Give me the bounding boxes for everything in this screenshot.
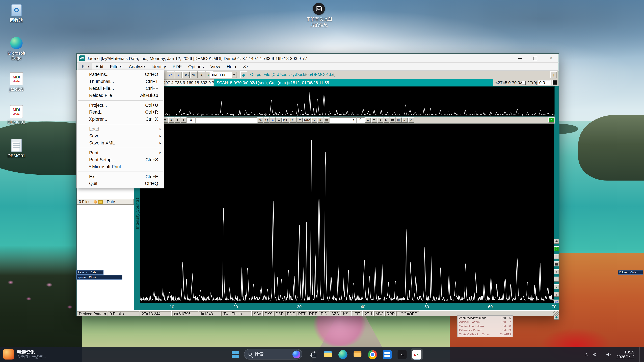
status-flag-fit[interactable]: FIT [352, 311, 363, 316]
file-explorer-button[interactable] [322, 349, 334, 360]
hidden-icons-chevron-icon[interactable]: ∧ [585, 352, 588, 357]
scroll-down-icon[interactable]: ↓ [554, 292, 559, 297]
volume-muted-icon[interactable]: × [606, 352, 611, 356]
smooth-icon[interactable]: M [297, 117, 303, 123]
stray-window-xplorer-left[interactable]: Xplorer... Ctrl+X [76, 275, 122, 280]
stray-window-patterns[interactable]: Patterns... Ctrl+ [76, 270, 104, 275]
close-button[interactable]: × [544, 54, 559, 63]
target-icon[interactable]: ◎ [402, 117, 408, 123]
desktop-icon-jade65[interactable]: MDI Jade jade6.5 [3, 72, 30, 91]
status-flag-pid[interactable]: PID [319, 311, 330, 316]
file-menu-item-exit[interactable]: ExitCtrl+E [77, 173, 164, 180]
clock[interactable]: 18:19 2026/1/12 [616, 350, 634, 359]
desktop-icon-edge[interactable]: Microsoft Edge [3, 37, 30, 60]
menu-pdf[interactable]: PDF [170, 63, 185, 70]
zoom-menu-item-addition-pattern[interactable]: Addition PatternCtrl+F7 [458, 320, 512, 324]
status-flag-2th[interactable]: 2TH [363, 311, 374, 316]
kalpha2-icon[interactable]: Kα2 [303, 117, 311, 123]
zoom-menu-item-theta-calibration-curve[interactable]: Theta Calibration CurveCtrl+F13 [458, 333, 512, 337]
status-flag-sav[interactable]: SAV [252, 311, 263, 316]
background-icon[interactable]: BG [182, 71, 190, 78]
retrieve-button[interactable]: ◆ [240, 71, 247, 78]
file-menu-item-project[interactable]: Project...Ctrl+U [77, 102, 164, 109]
image-info-button[interactable] [313, 3, 325, 15]
edge-button[interactable] [337, 349, 349, 360]
menu-view[interactable]: View [207, 63, 224, 70]
overview-spectrum[interactable] [137, 86, 555, 116]
zoom-menu-item-zoom-window-image[interactable]: Zoom Window Image...Ctrl+F6 [458, 316, 512, 320]
help-icon[interactable]: ? [554, 246, 559, 251]
menu-identify[interactable]: Identify [148, 63, 170, 70]
file-menu-item-patterns[interactable]: Patterns...Ctrl+O [77, 71, 164, 78]
file-menu-item-xplorer[interactable]: Xplorer...Ctrl+X [77, 116, 164, 123]
file-menu-item-thumbnail[interactable]: Thumbnail...Ctrl+T [77, 78, 164, 85]
maximize-button[interactable] [528, 54, 543, 63]
pdf-combo-arrow-icon[interactable]: ▼ [231, 72, 237, 78]
pdf-number-combo[interactable]: 00-0000 [209, 72, 231, 78]
file-menu-item-read[interactable]: Read...Ctrl+R [77, 109, 164, 116]
stray-window-xplorer-right[interactable]: Xplorer... Ctrl+ [618, 270, 643, 275]
menu-file[interactable]: File [78, 63, 92, 70]
peaks-blue-icon[interactable]: ▲ [270, 117, 276, 123]
menu-analyze[interactable]: Analyze [126, 63, 148, 70]
shift-up-icon[interactable]: ⇑ [554, 277, 559, 282]
file-menu-item-recall-file[interactable]: Recall File...Ctrl+F [77, 85, 164, 92]
photos-folder-button[interactable] [352, 349, 364, 360]
expand-icon[interactable]: ⇕ [554, 254, 559, 259]
file-list-header[interactable]: 0 Files Date [77, 199, 134, 205]
color-swatch-button[interactable] [552, 80, 557, 85]
zoom-in-icon[interactable]: ⊕ [554, 239, 559, 244]
desktop-icon-demo01-mdi[interactable]: MDI Jade DEMO01 [3, 105, 30, 124]
search-box[interactable]: 搜索 [244, 349, 302, 360]
date-column-header[interactable]: Date [107, 199, 115, 204]
do-not-disturb-icon[interactable]: ⊘ [593, 352, 596, 357]
menu-options[interactable]: Options [185, 63, 207, 70]
file-menu-item-save[interactable]: Save▸ [77, 133, 164, 140]
start-button[interactable] [229, 349, 241, 360]
background-edit-icon[interactable]: B.E [282, 117, 289, 123]
peaks-icon[interactable]: ▲ [198, 71, 205, 78]
layers-icon[interactable]: ▥ [396, 117, 402, 123]
file-menu-item-reload-file[interactable]: Reload FileAlt+Bksp [77, 92, 164, 99]
status-flag-ksi[interactable]: KSI [341, 311, 352, 316]
status-flag-pft[interactable]: PFT [296, 311, 307, 316]
desktop-icon-demo01-file[interactable]: DEMO01 [3, 139, 30, 158]
peaks-black-icon[interactable]: ▲ [276, 117, 282, 123]
title-bar[interactable]: Jade 6 [lzy*/Materials Data, Inc.] Monda… [77, 54, 559, 63]
file-menu-item-print[interactable]: Print▸ [77, 149, 164, 156]
shift-down-icon[interactable]: ▼ [174, 117, 180, 123]
pulldown-icon[interactable]: ↓ [550, 71, 557, 78]
minimize-button[interactable] [512, 54, 528, 63]
menu-more[interactable]: >> [239, 63, 251, 70]
terminal-button[interactable]: >_ [396, 349, 408, 360]
two-theta-zero-field[interactable]: 0.0 [538, 80, 551, 85]
shift-down-icon[interactable]: ⇓ [554, 284, 559, 289]
percent-icon[interactable]: % [190, 71, 198, 78]
grow-y-icon[interactable]: ▲ [168, 117, 174, 123]
profile-icon[interactable]: ▲ [174, 71, 182, 78]
status-flag-pks[interactable]: PKS [263, 311, 274, 316]
overlay-icon[interactable]: ▤ [554, 261, 559, 266]
overlay-combo[interactable]: ▼ [330, 117, 356, 123]
data-edit-icon[interactable]: D.E [290, 117, 296, 123]
grid-icon[interactable]: ▦ [324, 117, 329, 123]
status-flag-szs[interactable]: SZS [330, 311, 340, 316]
main-chart[interactable] [140, 123, 554, 303]
two-theta-zero-checkbox[interactable] [522, 81, 526, 85]
menu-edit[interactable]: Edit [92, 63, 107, 70]
overlay-icon[interactable]: ⇄ [167, 71, 174, 78]
file-menu-item-microsoft-print[interactable]: * Microsoft Print ... [77, 163, 164, 170]
zoom-range-input[interactable] [196, 117, 257, 123]
output-file-path[interactable]: Output File [C:\Users\lzy\Desktop\DEMO01… [250, 72, 336, 77]
status-flag-rpt[interactable]: RPT [308, 311, 318, 316]
help-icon[interactable]: ? [548, 117, 554, 123]
scroll-up-icon[interactable]: ↑ [554, 269, 559, 274]
task-view-button[interactable] [307, 349, 319, 360]
file-menu-item-print-setup[interactable]: Print Setup...Ctrl+S [77, 156, 164, 163]
swap-icon[interactable]: ⇄ [390, 117, 395, 123]
file-menu-item-quit[interactable]: QuitCtrl+Q [77, 180, 164, 187]
folder-icon[interactable] [98, 200, 103, 204]
status-log[interactable]: LOG=OFF [396, 311, 419, 316]
show-desktop-button[interactable] [640, 347, 641, 362]
status-flag-rrp[interactable]: RRP [385, 311, 396, 316]
